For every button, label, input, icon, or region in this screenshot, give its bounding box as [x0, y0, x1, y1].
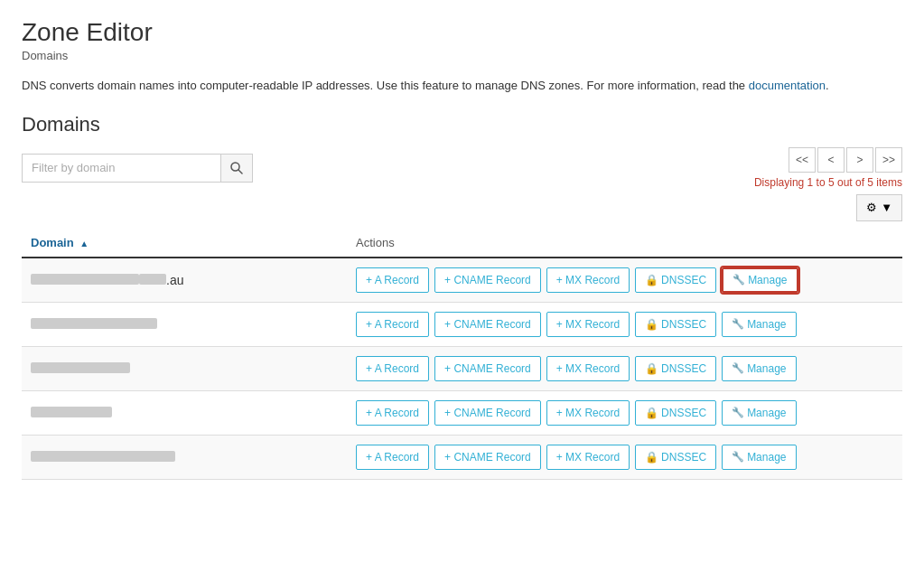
cname-record-button[interactable]: + CNAME Record [434, 356, 541, 381]
prev-page-button[interactable]: < [817, 147, 845, 173]
domain-cell [22, 390, 347, 435]
gear-icon: ⚙ [866, 201, 877, 214]
search-button[interactable] [220, 154, 253, 183]
dnssec-button[interactable]: 🔒 DNSSEC [635, 400, 716, 426]
domain-cell [22, 346, 347, 390]
table-row: + A Record+ CNAME Record+ MX Record🔒 DNS… [22, 435, 902, 479]
wrench-icon: 🔧 [732, 407, 744, 418]
search-input[interactable] [22, 154, 220, 183]
search-group [22, 154, 253, 183]
dnssec-button[interactable]: 🔒 DNSSEC [635, 267, 716, 293]
manage-button[interactable]: 🔧 Manage [722, 356, 796, 381]
breadcrumb: Domains [22, 49, 902, 62]
section-title: Domains [22, 113, 902, 136]
cname-record-button[interactable]: + CNAME Record [434, 445, 541, 470]
first-page-button[interactable]: << [789, 147, 816, 173]
domain-column-header[interactable]: Domain ▲ [22, 229, 347, 258]
domain-suffix: .au [166, 273, 183, 287]
actions-cell: + A Record+ CNAME Record+ MX Record🔒 DNS… [347, 435, 902, 479]
cname-record-button[interactable]: + CNAME Record [434, 400, 541, 426]
wrench-icon: 🔧 [732, 451, 744, 463]
last-page-button[interactable]: >> [875, 147, 902, 173]
domain-name-blur [31, 407, 112, 417]
manage-button[interactable]: 🔧 Manage [722, 400, 796, 426]
page-title: Zone Editor [22, 18, 902, 47]
manage-button[interactable]: 🔧 Manage [722, 445, 796, 470]
table-header-row: Domain ▲ Actions [22, 229, 902, 258]
domain-name-blur [31, 451, 175, 462]
dnssec-button[interactable]: 🔒 DNSSEC [635, 312, 716, 337]
wrench-icon: 🔧 [733, 274, 745, 286]
table-row: .au+ A Record+ CNAME Record+ MX Record🔒 … [22, 258, 902, 303]
description-text: DNS converts domain names into computer-… [22, 77, 835, 95]
pagination-buttons: << < > >> [789, 147, 902, 173]
lock-icon: 🔒 [645, 318, 658, 331]
actions-cell: + A Record+ CNAME Record+ MX Record🔒 DNS… [347, 346, 902, 390]
mx-record-button[interactable]: + MX Record [546, 312, 630, 337]
actions-cell: + A Record+ CNAME Record+ MX Record🔒 DNS… [347, 390, 902, 435]
a-record-button[interactable]: + A Record [356, 400, 429, 426]
wrench-icon: 🔧 [732, 362, 744, 374]
actions-column-header: Actions [347, 229, 902, 258]
page-info: Displaying 1 to 5 out of 5 items [754, 176, 902, 189]
table-row: + A Record+ CNAME Record+ MX Record🔒 DNS… [22, 302, 902, 346]
lock-icon: 🔒 [645, 407, 658, 419]
lock-icon: 🔒 [645, 362, 658, 375]
mx-record-button[interactable]: + MX Record [546, 445, 630, 470]
domain-name-blur2 [139, 274, 166, 285]
description-body: DNS converts domain names into computer-… [22, 79, 745, 92]
sort-icon: ▲ [79, 239, 89, 248]
wrench-icon: 🔧 [732, 318, 744, 330]
documentation-link[interactable]: documentation [749, 79, 826, 92]
lock-icon: 🔒 [645, 274, 658, 286]
domain-cell [22, 302, 347, 346]
table-row: + A Record+ CNAME Record+ MX Record🔒 DNS… [22, 390, 902, 435]
pagination-group: << < > >> Displaying 1 to 5 out of 5 ite… [754, 147, 902, 189]
a-record-button[interactable]: + A Record [356, 445, 429, 470]
cname-record-button[interactable]: + CNAME Record [434, 312, 541, 337]
settings-button[interactable]: ⚙ ▼ [856, 194, 902, 221]
table-row: + A Record+ CNAME Record+ MX Record🔒 DNS… [22, 346, 902, 390]
dnssec-button[interactable]: 🔒 DNSSEC [635, 445, 716, 470]
dnssec-button[interactable]: 🔒 DNSSEC [635, 356, 716, 381]
domain-name-blur [31, 318, 157, 329]
domains-table: Domain ▲ Actions .au+ A Record+ CNAME Re… [22, 229, 902, 480]
search-icon [230, 162, 243, 174]
toolbar: << < > >> Displaying 1 to 5 out of 5 ite… [22, 147, 902, 189]
manage-button[interactable]: 🔧 Manage [722, 312, 796, 337]
cname-record-button[interactable]: + CNAME Record [434, 267, 541, 293]
a-record-button[interactable]: + A Record [356, 312, 429, 337]
mx-record-button[interactable]: + MX Record [546, 267, 630, 293]
domain-cell: .au [22, 258, 347, 303]
domain-cell [22, 435, 347, 479]
mx-record-button[interactable]: + MX Record [546, 400, 630, 426]
a-record-button[interactable]: + A Record [356, 356, 429, 381]
domain-name-blur [31, 274, 139, 285]
settings-row: ⚙ ▼ [22, 194, 902, 221]
svg-line-1 [238, 170, 242, 173]
manage-button[interactable]: 🔧 Manage [722, 267, 798, 293]
mx-record-button[interactable]: + MX Record [546, 356, 630, 381]
domain-name-blur [31, 362, 130, 373]
actions-cell: + A Record+ CNAME Record+ MX Record🔒 DNS… [347, 302, 902, 346]
lock-icon: 🔒 [645, 451, 658, 464]
actions-cell: + A Record+ CNAME Record+ MX Record🔒 DNS… [347, 258, 902, 303]
settings-dropdown-icon: ▼ [881, 201, 892, 214]
a-record-button[interactable]: + A Record [356, 267, 429, 293]
next-page-button[interactable]: > [846, 147, 873, 173]
